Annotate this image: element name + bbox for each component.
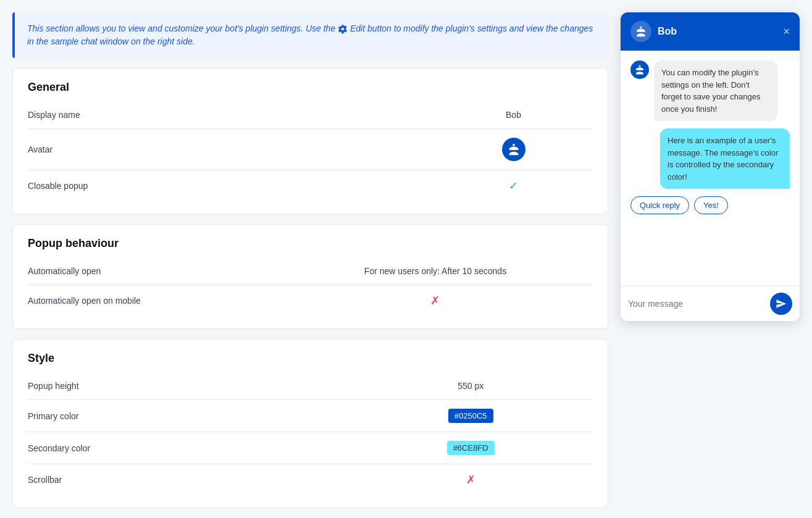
table-row: Primary color #0250C5 xyxy=(28,400,593,432)
table-row: Automatically open For new users only: A… xyxy=(28,257,593,285)
table-row: Closable popup ✓ xyxy=(28,170,593,202)
bot-message-avatar xyxy=(630,61,649,79)
scrollbar-value: ✗ xyxy=(348,464,593,496)
display-name-value: Bob xyxy=(434,101,593,129)
chat-header-avatar xyxy=(630,21,651,42)
auto-open-value: For new users only: After 10 seconds xyxy=(278,257,593,285)
style-table: Popup height 550 px Primary color #0250C… xyxy=(28,372,593,495)
auto-open-mobile-value: ✗ xyxy=(278,285,593,317)
message-input[interactable] xyxy=(628,299,764,309)
info-banner: This section allows you to view and cust… xyxy=(12,12,608,58)
style-title: Style xyxy=(28,352,593,365)
chat-bot-name: Bob xyxy=(658,26,777,37)
primary-color-label: Primary color xyxy=(28,400,348,432)
send-button[interactable] xyxy=(770,293,792,315)
scrollbar-label: Scrollbar xyxy=(28,464,348,496)
auto-open-label: Automatically open xyxy=(28,257,278,285)
popup-height-value: 550 px xyxy=(348,372,593,400)
chat-panel: Bob × You can modify the plugin's settin… xyxy=(621,12,800,508)
bot-icon xyxy=(507,143,521,156)
secondary-color-label: Secondary color xyxy=(28,432,348,464)
primary-color-value: #0250C5 xyxy=(348,400,593,432)
quick-reply-button-2[interactable]: Yes! xyxy=(694,196,728,214)
primary-color-badge[interactable]: #0250C5 xyxy=(448,409,493,423)
avatar-value xyxy=(434,129,593,170)
popup-behaviour-table: Automatically open For new users only: A… xyxy=(28,257,593,316)
avatar xyxy=(502,138,525,161)
display-name-label: Display name xyxy=(28,101,434,129)
popup-behaviour-title: Popup behaviour xyxy=(28,237,593,250)
table-row: Popup height 550 px xyxy=(28,372,593,400)
popup-height-label: Popup height xyxy=(28,372,348,400)
secondary-color-badge[interactable]: #6CE8FD xyxy=(447,441,495,455)
general-card: General Display name Bob Avatar Closable… xyxy=(12,68,608,214)
avatar-label: Avatar xyxy=(28,129,434,170)
bot-msg-icon xyxy=(634,64,645,75)
chat-header: Bob × xyxy=(621,12,800,51)
quick-reply-button-1[interactable]: Quick reply xyxy=(630,196,689,214)
bot-message-bubble: You can modify the plugin's settings on … xyxy=(654,61,777,121)
bot-message-text: You can modify the plugin's settings on … xyxy=(661,68,760,114)
table-row: Display name Bob xyxy=(28,101,593,129)
auto-open-mobile-label: Automatically open on mobile xyxy=(28,285,278,317)
chat-widget: Bob × You can modify the plugin's settin… xyxy=(621,12,800,321)
popup-behaviour-card: Popup behaviour Automatically open For n… xyxy=(12,224,608,329)
cross-icon: ✗ xyxy=(466,474,475,486)
closable-popup-label: Closable popup xyxy=(28,170,434,202)
table-row: Scrollbar ✗ xyxy=(28,464,593,496)
chat-close-button[interactable]: × xyxy=(783,26,790,37)
cross-icon: ✗ xyxy=(430,295,440,307)
table-row: Avatar xyxy=(28,129,593,170)
chat-body: You can modify the plugin's settings on … xyxy=(621,51,800,286)
closable-popup-value: ✓ xyxy=(434,170,593,202)
secondary-color-value: #6CE8FD xyxy=(348,432,593,464)
table-row: Automatically open on mobile ✗ xyxy=(28,285,593,317)
info-banner-text: This section allows you to view and cust… xyxy=(27,23,593,46)
general-table: Display name Bob Avatar Closable popup ✓ xyxy=(28,101,593,201)
gear-icon xyxy=(338,24,348,34)
bot-header-icon xyxy=(635,25,647,38)
general-title: General xyxy=(28,81,593,94)
user-message-text: Here is an example of a user's message. … xyxy=(668,136,778,182)
check-icon: ✓ xyxy=(509,180,518,192)
bot-message-row: You can modify the plugin's settings on … xyxy=(630,61,790,121)
style-card: Style Popup height 550 px Primary color … xyxy=(12,339,608,508)
table-row: Secondary color #6CE8FD xyxy=(28,432,593,464)
send-icon xyxy=(776,298,787,309)
user-message-bubble: Here is an example of a user's message. … xyxy=(660,128,790,189)
chat-footer xyxy=(621,286,800,321)
quick-replies-container: Quick reply Yes! xyxy=(630,196,790,214)
